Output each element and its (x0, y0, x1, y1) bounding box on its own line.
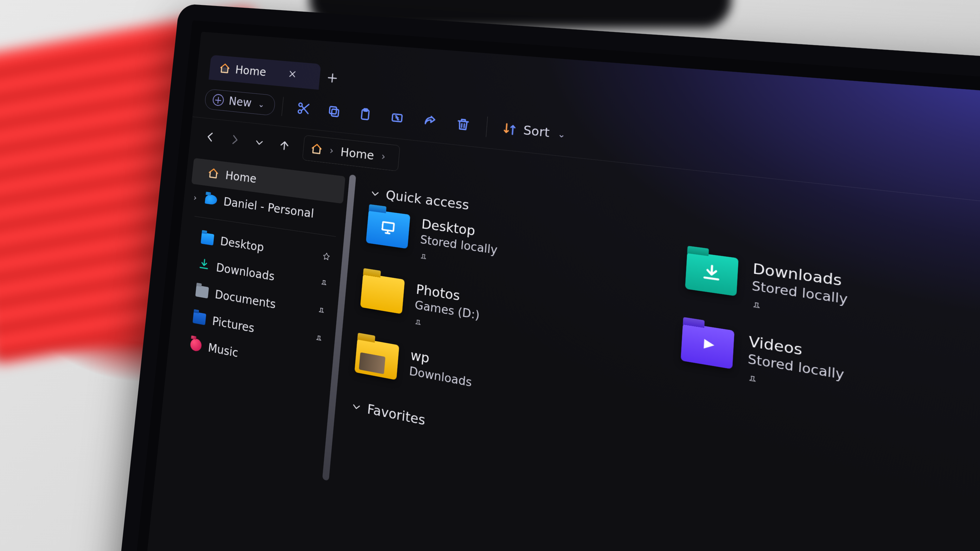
svg-rect-2 (331, 109, 339, 117)
sidebar-item-label: Downloads (216, 260, 275, 283)
tab-title: Home (235, 63, 267, 78)
folder-icon-photos (360, 273, 405, 314)
onedrive-icon (205, 194, 217, 205)
arrow-left-icon (204, 130, 216, 143)
clipboard-icon (358, 107, 373, 122)
thumbnail-icon (359, 352, 386, 374)
pin-icon (316, 304, 326, 320)
folder-icon-desktop (366, 209, 410, 249)
pin-icon (321, 249, 332, 265)
breadcrumb-bar[interactable]: › Home › (302, 135, 400, 171)
new-button[interactable]: + New ⌄ (204, 89, 276, 116)
tab-close-button[interactable] (287, 67, 297, 81)
arrow-right-icon (229, 133, 241, 146)
forward-button[interactable] (222, 126, 247, 153)
rename-icon (390, 110, 405, 125)
delete-button[interactable] (447, 110, 479, 139)
new-tab-button[interactable] (318, 64, 346, 92)
chevron-down-icon: ⌄ (258, 99, 265, 109)
home-icon (219, 62, 231, 75)
sidebar-item-label: Documents (215, 287, 276, 311)
recent-locations-button[interactable] (247, 129, 272, 156)
share-button[interactable] (414, 106, 445, 135)
sidebar-item-label: Desktop (220, 234, 265, 254)
music-icon (190, 338, 202, 352)
folder-icon-wp (355, 338, 399, 380)
paste-button[interactable] (350, 100, 380, 129)
monitor-bezel: Home + New ⌄ (109, 3, 980, 551)
home-icon (310, 142, 323, 156)
separator (281, 97, 283, 116)
up-button[interactable] (272, 132, 298, 160)
chevron-down-icon: ⌄ (557, 128, 566, 140)
sidebar-item-label: Music (207, 340, 239, 360)
back-button[interactable] (198, 124, 223, 151)
pin-icon (319, 277, 329, 292)
breadcrumb-separator: › (329, 145, 334, 157)
folder-icon-videos (681, 322, 735, 369)
plus-icon (326, 71, 339, 84)
scissors-icon (296, 101, 310, 116)
sort-label: Sort (523, 123, 550, 140)
section-label: Quick access (385, 187, 470, 213)
breadcrumb-home[interactable]: Home (340, 145, 374, 163)
document-icon (195, 285, 209, 299)
trash-icon (455, 116, 471, 132)
chevron-down-icon (254, 137, 265, 148)
share-icon (422, 113, 438, 129)
download-icon (197, 257, 210, 273)
folder-icon-downloads (685, 251, 738, 296)
navigation-pane: Home › Daniel - Personal Desktop (137, 152, 352, 551)
chevron-down-icon (351, 400, 362, 413)
new-button-label: New (228, 95, 252, 110)
close-icon (288, 69, 297, 79)
svg-rect-3 (329, 106, 337, 114)
sidebar-item-label: Pictures (212, 314, 255, 335)
copy-icon (327, 104, 341, 119)
copy-button[interactable] (319, 97, 348, 125)
sort-button[interactable]: Sort ⌄ (495, 114, 573, 149)
arrow-up-icon (278, 139, 291, 152)
section-label: Favorites (367, 401, 426, 428)
file-explorer-window: Home + New ⌄ (137, 32, 980, 551)
pictures-icon (193, 312, 207, 326)
sidebar-item-label: Daniel - Personal (223, 195, 314, 220)
separator (485, 116, 488, 137)
plus-circle-icon: + (212, 94, 224, 106)
sidebar-item-label: Home (225, 168, 257, 186)
cut-button[interactable] (289, 95, 318, 122)
rename-button[interactable] (382, 103, 412, 132)
sort-icon (501, 121, 518, 137)
desktop-folder-icon (201, 232, 215, 245)
home-icon (207, 167, 220, 180)
breadcrumb-separator: › (381, 151, 386, 162)
chevron-down-icon (370, 187, 381, 199)
pin-icon (313, 332, 324, 348)
expand-chevron-icon[interactable]: › (193, 192, 197, 202)
